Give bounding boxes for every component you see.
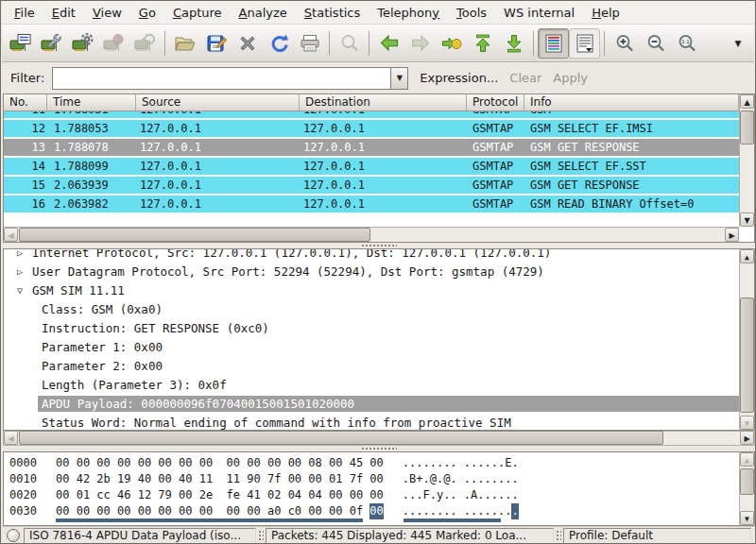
statusbar-grip-icon[interactable] <box>258 530 264 542</box>
zoom-out-button[interactable] <box>640 28 671 59</box>
packet-row[interactable]: 162.063982127.0.0.1127.0.0.1GSMTAPGSM RE… <box>4 196 739 214</box>
close-button[interactable] <box>232 28 263 59</box>
vscroll-thumb[interactable] <box>740 298 754 413</box>
scroll-up-icon[interactable]: ▲ <box>740 249 754 264</box>
detail-row-clipped[interactable]: ▷Internet Protocol, Src: 127.0.0.1 (127.… <box>4 249 739 262</box>
packet-row-clipped[interactable]: 111.788031127.0.0.1127.0.0.1GSMTAPGSM <box>4 111 739 120</box>
goto-top-button[interactable] <box>467 28 498 59</box>
goto-bottom-button[interactable] <box>498 28 529 59</box>
colorize-icon <box>542 32 565 55</box>
column-header-no[interactable]: No. <box>4 94 47 111</box>
menu-analyze[interactable]: Analyze <box>231 1 296 25</box>
colorize-button[interactable] <box>538 28 569 59</box>
back-button[interactable] <box>373 28 404 59</box>
interfaces-button[interactable] <box>5 28 36 59</box>
menu-tools[interactable]: Tools <box>448 1 495 25</box>
hscroll-thumb[interactable] <box>19 431 663 445</box>
details-hscrollbar[interactable]: ◀ ▶ <box>3 431 755 446</box>
menu-view[interactable]: View <box>84 1 130 25</box>
expert-info-button[interactable] <box>7 529 20 542</box>
scroll-left-icon[interactable]: ◀ <box>4 431 18 445</box>
hex-row[interactable]: 003000 00 00 00 00 00 00 00 00 00 a0 c0 … <box>4 503 739 519</box>
autoscroll-button[interactable] <box>569 28 600 59</box>
detail-row[interactable]: APDU Payload: 000000096f0704001500150102… <box>4 394 739 413</box>
scroll-down-icon[interactable]: ▼ <box>740 416 754 430</box>
capture-start-button[interactable] <box>67 28 98 59</box>
packet-row[interactable]: 152.063939127.0.0.1127.0.0.1GSMTAPGSM GE… <box>4 177 739 196</box>
scroll-left-icon[interactable]: ◀ <box>4 228 18 242</box>
expander-collapsed-icon[interactable]: ▷ <box>11 266 28 277</box>
scroll-right-icon[interactable]: ▶ <box>725 228 739 242</box>
detail-text: GSM SIM 11.11 <box>28 282 129 298</box>
print-button[interactable] <box>294 28 325 59</box>
hscroll-thumb[interactable] <box>19 228 370 242</box>
hex-row[interactable]: 002000 01 cc 46 12 79 00 2e fe 41 02 04 … <box>4 487 739 503</box>
detail-row[interactable]: ▷Internet Protocol, Src: 127.0.0.1 (127.… <box>4 249 739 262</box>
packet-row[interactable]: 111.788031127.0.0.1127.0.0.1GSMTAPGSM <box>4 111 739 120</box>
capture-restart-icon <box>134 32 157 55</box>
column-header-info[interactable]: Info <box>524 94 739 111</box>
hex-vscrollbar[interactable]: ▲ ▼ <box>739 452 754 525</box>
menu-go[interactable]: Go <box>130 1 164 25</box>
scroll-up-icon[interactable]: ▲ <box>740 452 754 467</box>
detail-row[interactable]: Instruction: GET RESPONSE (0xc0) <box>4 318 739 337</box>
expander-expanded-icon[interactable]: ▽ <box>11 285 28 296</box>
cell-info: GSM SELECT EF.IMSI <box>524 120 739 137</box>
toolbar-separator <box>369 31 369 56</box>
statusbar-grip-icon[interactable] <box>556 530 561 542</box>
menu-capture[interactable]: Capture <box>164 1 231 25</box>
vscroll-thumb[interactable] <box>740 110 754 144</box>
detail-row[interactable]: ▷User Datagram Protocol, Src Port: 52294… <box>4 262 739 280</box>
packet-row[interactable]: 141.788099127.0.0.1127.0.0.1GSMTAPGSM SE… <box>4 158 739 177</box>
zoom-in-button[interactable] <box>609 28 640 59</box>
menu-statistics[interactable]: Statistics <box>296 1 369 25</box>
toolbar-overflow-button[interactable]: ▼ <box>730 25 747 62</box>
packet-list-vscrollbar[interactable]: ▲ ▼ <box>739 94 754 227</box>
menu-ws-internal[interactable]: WS internal <box>495 1 583 25</box>
packet-list-hscrollbar[interactable]: ◀ ▶ <box>4 227 739 242</box>
filter-input[interactable] <box>52 67 390 90</box>
cell-destination: 127.0.0.1 <box>300 177 467 194</box>
hex-row[interactable]: 000000 00 00 00 00 00 00 00 00 00 00 00 … <box>4 455 739 471</box>
hex-row[interactable]: 001000 42 2b 19 40 00 40 11 11 90 7f 00 … <box>4 471 739 487</box>
cell-source: 127.0.0.1 <box>136 120 300 137</box>
detail-row[interactable]: Class: GSM (0xa0) <box>4 299 739 318</box>
packet-row[interactable]: 131.788078127.0.0.1127.0.0.1GSMTAPGSM GE… <box>4 139 739 158</box>
scroll-down-icon[interactable]: ▼ <box>740 212 754 227</box>
hex-ascii: ...F.y.. .A...... <box>403 487 519 503</box>
statusbar: ISO 7816-4 APDU Data Payload (iso... Pac… <box>2 526 754 544</box>
reload-button[interactable] <box>263 28 294 59</box>
vscroll-thumb[interactable] <box>740 468 754 495</box>
detail-row[interactable]: Parameter 1: 0x00 <box>4 337 739 356</box>
detail-row[interactable]: Length (Parameter 3): 0x0f <box>4 375 739 394</box>
scroll-down-icon[interactable]: ▼ <box>740 511 754 525</box>
details-vscrollbar[interactable]: ▲ ▼ <box>739 249 754 430</box>
zoom-100-button[interactable]: 1:1 <box>671 28 702 59</box>
expression-button[interactable]: Expression... <box>420 71 498 85</box>
column-header-time[interactable]: Time <box>47 94 136 111</box>
detail-row[interactable]: ▽GSM SIM 11.11 <box>4 280 739 299</box>
menu-file[interactable]: File <box>6 1 43 25</box>
packet-row[interactable]: 121.788053127.0.0.1127.0.0.1GSMTAPGSM SE… <box>4 120 739 139</box>
filter-dropdown-button[interactable]: ▼ <box>390 67 408 90</box>
save-button[interactable] <box>200 28 232 59</box>
column-header-destination[interactable]: Destination <box>300 94 467 111</box>
open-button[interactable] <box>169 28 200 59</box>
goto-packet-button[interactable] <box>436 28 467 59</box>
menu-help[interactable]: Help <box>583 1 628 25</box>
detail-text: Parameter 1: 0x00 <box>38 339 166 355</box>
detail-text: Parameter 2: 0x00 <box>38 358 166 374</box>
column-header-source[interactable]: Source <box>136 94 300 111</box>
scroll-up-icon[interactable]: ▲ <box>740 94 754 109</box>
menu-telephony[interactable]: Telephony <box>369 1 448 25</box>
status-packet-counts: Packets: 445 Displayed: 445 Marked: 0 Lo… <box>266 528 554 544</box>
column-header-protocol[interactable]: Protocol <box>467 94 524 111</box>
detail-row[interactable]: Parameter 2: 0x00 <box>4 356 739 375</box>
scroll-right-icon[interactable]: ▶ <box>740 431 754 445</box>
expander-collapsed-icon[interactable]: ▷ <box>11 249 28 258</box>
menu-edit[interactable]: Edit <box>43 1 84 25</box>
cell-no: 14 <box>4 158 47 175</box>
capture-options-button[interactable] <box>36 28 67 59</box>
detail-row[interactable]: Status Word: Normal ending of command wi… <box>4 413 739 430</box>
apply-button: Apply <box>553 71 588 85</box>
